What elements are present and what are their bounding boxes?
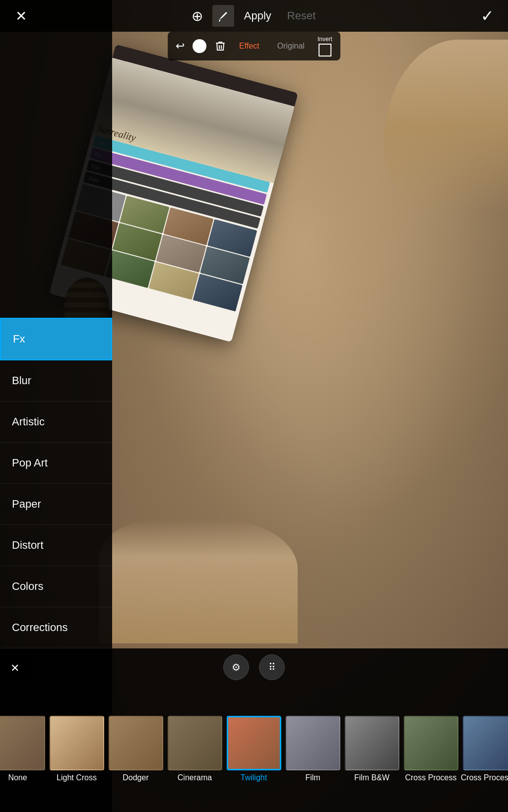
filter-scroll-area[interactable]: NoneLight CrossDodgerCineramaTwilightFil… <box>0 686 508 812</box>
filter-name-cross-process2: Cross Process 2 <box>461 773 508 782</box>
filter-item-film[interactable]: Film <box>284 716 341 782</box>
sidebar-item-blur[interactable]: Blur <box>0 360 112 402</box>
sidebar-item-fx[interactable]: Fx <box>0 318 112 360</box>
invert-group: Invert <box>318 36 332 57</box>
top-toolbar: ✕ ⊕ Apply Reset ✓ <box>0 0 508 32</box>
filter-thumb-light-cross <box>50 716 104 770</box>
filter-name-dodger: Dodger <box>123 773 148 782</box>
sidebar-item-corrections[interactable]: Corrections <box>0 607 112 648</box>
sidebar-item-pop-art[interactable]: Pop Art <box>0 443 112 484</box>
filter-thumb-film <box>286 716 340 770</box>
filter-strip: ⚙ ⠿ NoneLight CrossDodgerCineramaTwiligh… <box>0 648 508 812</box>
filter-name-film: Film <box>305 773 320 782</box>
brush-button[interactable] <box>212 5 234 27</box>
sidebar-item-artistic[interactable]: Artistic <box>0 402 112 443</box>
gear-icon: ⚙ <box>232 661 241 673</box>
filter-thumb-dodger <box>109 716 163 770</box>
filter-item-cross-process2[interactable]: Cross Process 2 <box>461 716 508 782</box>
dots-icon: ⠿ <box>268 661 276 673</box>
close-button[interactable]: ✕ <box>10 5 32 27</box>
filter-item-dodger[interactable]: Dodger <box>107 716 164 782</box>
filter-name-none: None <box>8 773 27 782</box>
undo-button[interactable]: ↩ <box>176 40 185 53</box>
filter-name-light-cross: Light Cross <box>57 773 97 782</box>
filter-name-cinerama: Cinerama <box>178 773 212 782</box>
close-icon: ✕ <box>10 662 19 675</box>
filter-item-cross-process[interactable]: Cross Process <box>402 716 459 782</box>
invert-button[interactable] <box>318 44 331 57</box>
bottom-close-button[interactable]: ✕ <box>0 653 30 683</box>
reset-button[interactable]: Reset <box>281 5 321 26</box>
invert-label: Invert <box>318 36 332 43</box>
filter-item-none[interactable]: None <box>0 716 46 782</box>
sidebar-item-paper[interactable]: Paper <box>0 484 112 525</box>
original-tab[interactable]: Original <box>272 39 310 54</box>
filter-name-film-bw: Film B&W <box>354 773 389 782</box>
hand-bottom <box>99 520 298 643</box>
toolbar-center: ⊕ Apply Reset <box>187 5 322 27</box>
brush-toolbar: ↩ Effect Original Invert <box>168 32 340 60</box>
filter-thumb-cinerama <box>168 716 222 770</box>
confirm-button[interactable]: ✓ <box>476 5 498 27</box>
toolbar-left: ✕ <box>10 5 32 27</box>
filter-item-film-bw[interactable]: Film B&W <box>343 716 400 782</box>
filter-name-cross-process: Cross Process <box>405 773 456 782</box>
filter-thumb-cross-process <box>404 716 458 770</box>
target-button[interactable]: ⊕ <box>187 5 208 27</box>
brush-size-selector[interactable] <box>192 39 206 53</box>
filter-controls: ⚙ ⠿ <box>0 648 508 686</box>
gear-button[interactable]: ⚙ <box>223 654 249 680</box>
dots-button[interactable]: ⠿ <box>259 654 285 680</box>
filter-item-twilight[interactable]: Twilight <box>225 716 282 782</box>
apply-button[interactable]: Apply <box>238 5 277 26</box>
filter-thumb-cross-process2 <box>463 716 508 770</box>
filter-thumb-none <box>0 716 45 770</box>
effect-tab[interactable]: Effect <box>234 39 264 54</box>
sidebar-item-colors[interactable]: Colors <box>0 566 112 607</box>
filter-thumb-film-bw <box>345 716 399 770</box>
filter-item-light-cross[interactable]: Light Cross <box>48 716 105 782</box>
filter-item-cinerama[interactable]: Cinerama <box>166 716 223 782</box>
filter-thumb-twilight <box>227 716 281 770</box>
filter-name-twilight: Twilight <box>241 773 267 782</box>
toolbar-right: ✓ <box>476 5 498 27</box>
sidebar-item-distort[interactable]: Distort <box>0 525 112 566</box>
delete-brush-button[interactable] <box>214 40 226 52</box>
